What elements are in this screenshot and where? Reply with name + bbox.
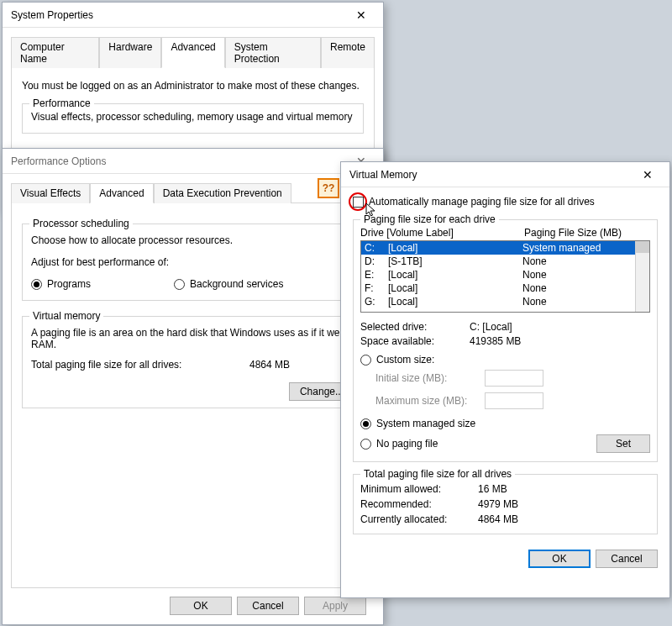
initial-size-label: Initial size (MB): <box>375 372 485 384</box>
rec-label: Recommended: <box>360 498 478 510</box>
min-value: 16 MB <box>478 483 507 495</box>
proc-sched-legend: Processor scheduling <box>29 218 133 229</box>
drive-letter: D: <box>365 255 388 267</box>
proc-sched-adjust: Adjust for best performance of: <box>31 256 354 268</box>
close-icon[interactable]: ✕ <box>631 164 664 186</box>
radio-custom-label: Custom size: <box>376 354 434 366</box>
proc-sched-desc: Choose how to allocate processor resourc… <box>31 234 354 246</box>
auto-manage-label: Automatically manage paging file size fo… <box>369 196 595 208</box>
space-value: 419385 MB <box>470 335 521 347</box>
radio-none[interactable] <box>360 439 371 450</box>
drive-letter: C: <box>365 242 388 254</box>
set-button[interactable]: Set <box>596 434 650 453</box>
vm-legend: Virtual memory <box>29 310 103 322</box>
radio-custom[interactable] <box>360 355 371 366</box>
titlebar: Virtual Memory ✕ <box>341 162 669 187</box>
drive-letter: F: <box>365 282 388 294</box>
drive-letter: G: <box>365 296 388 308</box>
drive-size: System managed <box>522 242 646 254</box>
radio-managed[interactable] <box>360 418 371 429</box>
ok-button[interactable]: OK <box>170 597 232 615</box>
space-label: Space available: <box>360 335 470 347</box>
radio-none-label: No paging file <box>376 438 596 450</box>
drive-label: [Local] <box>388 242 522 254</box>
perfopts-tabs: Visual Effects Advanced Data Execution P… <box>11 182 375 203</box>
sel-drive-value: C: [Local] <box>470 321 512 333</box>
drive-label: [Local] <box>388 296 522 308</box>
tab-hardware[interactable]: Hardware <box>99 37 161 68</box>
max-size-input[interactable] <box>485 392 543 409</box>
radio-programs[interactable] <box>31 279 42 290</box>
tab-advanced[interactable]: Advanced <box>161 37 224 68</box>
drive-row[interactable]: D:[S-1TB]None <box>361 255 649 268</box>
drive-row[interactable]: G:[Local]None <box>361 295 649 308</box>
vm-total-value: 4864 MB <box>249 359 290 371</box>
performance-options-dialog: Performance Options ✕ Visual Effects Adv… <box>2 148 384 625</box>
min-label: Minimum allowed: <box>360 483 478 495</box>
drive-size: None <box>522 282 646 294</box>
hdr-drive: Drive [Volume Label] <box>360 227 524 239</box>
cur-value: 4864 MB <box>478 513 518 525</box>
virtual-memory-dialog: Virtual Memory ✕ Automatically manage pa… <box>340 161 670 598</box>
tab-system-protection[interactable]: System Protection <box>225 37 321 68</box>
drive-size: None <box>522 255 646 267</box>
radio-programs-label: Programs <box>47 278 91 290</box>
drive-label: [Local] <box>388 282 522 294</box>
admin-note: You must be logged on as an Administrato… <box>22 80 364 92</box>
performance-desc: Visual effects, processor scheduling, me… <box>31 111 354 123</box>
perfopts-buttons: OK Cancel Apply <box>11 588 375 623</box>
drive-list[interactable]: C:[Local]System managedD:[S-1TB]NoneE:[L… <box>360 240 650 313</box>
tab-visual-effects[interactable]: Visual Effects <box>11 183 90 203</box>
drive-size: None <box>522 269 646 281</box>
performance-legend: Performance <box>29 97 94 109</box>
drive-letter: E: <box>365 269 388 281</box>
scrollbar[interactable] <box>635 241 649 312</box>
cancel-button[interactable]: Cancel <box>237 597 299 615</box>
drive-row[interactable]: C:[Local]System managed <box>361 241 649 255</box>
titlebar: System Properties ✕ <box>3 3 383 28</box>
initial-size-input[interactable] <box>485 370 543 387</box>
tab-advanced[interactable]: Advanced <box>90 183 153 203</box>
tab-computer-name[interactable]: Computer Name <box>11 37 99 68</box>
hdr-size: Paging File Size (MB) <box>524 227 622 239</box>
drive-label: [S-1TB] <box>388 255 522 267</box>
window-title: Performance Options <box>11 155 344 167</box>
tab-dep[interactable]: Data Execution Prevention <box>154 183 291 203</box>
radio-managed-label: System managed size <box>376 418 475 429</box>
window-title: Virtual Memory <box>349 169 631 181</box>
drive-label: [Local] <box>388 269 522 281</box>
auto-manage-checkbox[interactable] <box>353 197 364 208</box>
titlebar: Performance Options ✕ <box>3 149 383 174</box>
cancel-button[interactable]: Cancel <box>596 550 658 568</box>
close-icon[interactable]: ✕ <box>344 4 378 26</box>
cur-label: Currently allocated: <box>360 513 478 525</box>
apply-button[interactable]: Apply <box>304 597 366 615</box>
max-size-label: Maximum size (MB): <box>375 395 485 407</box>
auto-manage-row: Automatically manage paging file size fo… <box>353 196 658 208</box>
sel-drive-label: Selected drive: <box>360 321 470 333</box>
window-title: System Properties <box>11 9 344 21</box>
ok-button[interactable]: OK <box>528 550 591 568</box>
proc-sched-radios: Programs Background services <box>31 278 354 290</box>
drive-size: None <box>522 296 646 308</box>
totals-legend: Total paging file size for all drives <box>360 468 515 480</box>
rec-value: 4979 MB <box>478 498 518 510</box>
radio-background[interactable] <box>174 279 185 290</box>
tab-remote[interactable]: Remote <box>321 37 375 68</box>
sysprops-tabs: Computer Name Hardware Advanced System P… <box>11 36 375 68</box>
drive-row[interactable]: E:[Local]None <box>361 268 649 281</box>
drive-row[interactable]: F:[Local]None <box>361 281 649 295</box>
vm-desc: A paging file is an area on the hard dis… <box>31 327 350 350</box>
vm-total-label: Total paging file size for all drives: <box>31 359 249 371</box>
drive-list-legend: Paging file size for each drive <box>360 213 499 225</box>
radio-background-label: Background services <box>190 278 283 290</box>
